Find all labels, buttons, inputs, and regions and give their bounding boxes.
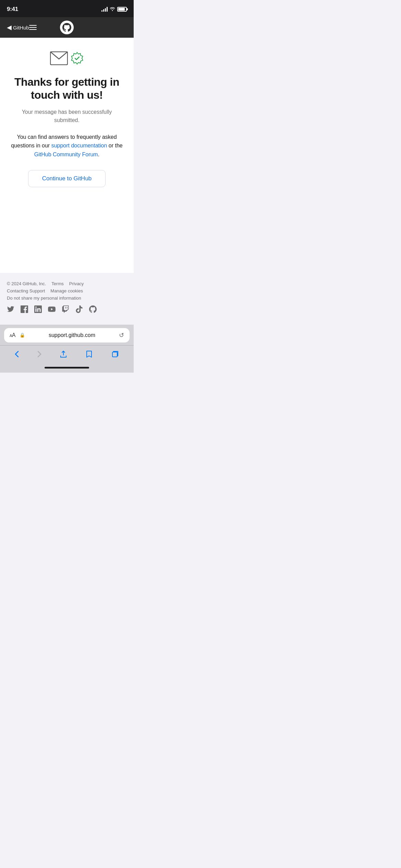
reload-button[interactable]: ↺ xyxy=(119,331,124,339)
small-a-label: A xyxy=(10,334,12,338)
page-heading: Thanks for getting in touch with us! xyxy=(10,75,123,102)
footer-terms-link[interactable]: Terms xyxy=(51,281,63,286)
twitch-icon xyxy=(62,305,69,313)
github-logo xyxy=(60,21,74,34)
battery-icon xyxy=(117,7,127,12)
linkedin-link[interactable] xyxy=(34,305,42,314)
bottom-toolbar xyxy=(0,345,134,364)
footer-copyright: © 2024 GitHub, Inc. xyxy=(7,281,46,286)
mail-icon xyxy=(50,51,68,65)
url-bar[interactable]: support.github.com xyxy=(28,332,116,338)
footer: © 2024 GitHub, Inc. Terms Privacy Contac… xyxy=(0,273,134,325)
content-spacer xyxy=(0,204,134,273)
big-a-label: A xyxy=(12,332,15,338)
menu-button[interactable] xyxy=(29,25,37,30)
verified-check-icon xyxy=(71,52,84,65)
home-indicator xyxy=(0,364,134,373)
footer-contacting-support-link[interactable]: Contacting Support xyxy=(7,288,45,293)
body-text-middle: or the xyxy=(107,143,122,148)
body-text: You can find answers to frequently asked… xyxy=(10,133,123,159)
main-content: Thanks for getting in touch with us! You… xyxy=(0,38,134,204)
continue-button[interactable]: Continue to GitHub xyxy=(28,170,106,187)
bookmarks-button[interactable] xyxy=(81,348,97,360)
forward-nav-button[interactable] xyxy=(33,349,46,360)
twitch-link[interactable] xyxy=(62,305,69,314)
twitter-link[interactable] xyxy=(7,305,14,314)
twitter-icon xyxy=(7,305,14,313)
subtitle-text: Your message has been successfully submi… xyxy=(10,108,123,124)
youtube-link[interactable] xyxy=(48,305,56,314)
browser-bar-container: AA 🔒 support.github.com ↺ xyxy=(0,325,134,345)
community-forum-link[interactable]: GitHub Community Forum xyxy=(34,152,98,157)
footer-manage-cookies-link[interactable]: Manage cookies xyxy=(50,288,83,293)
font-size-button[interactable]: AA xyxy=(10,332,15,338)
svg-rect-1 xyxy=(112,352,117,357)
github-social-icon xyxy=(89,305,97,313)
status-time: 9:41 xyxy=(7,6,18,13)
body-text-after: . xyxy=(98,152,99,157)
icon-area xyxy=(10,51,123,65)
github-social-link[interactable] xyxy=(89,305,97,314)
back-label: GitHub xyxy=(13,25,29,31)
footer-privacy-link[interactable]: Privacy xyxy=(69,281,84,286)
lock-icon: 🔒 xyxy=(20,333,25,338)
nav-bar: ◀ GitHub xyxy=(0,17,134,38)
tiktok-icon xyxy=(75,305,83,313)
wifi-icon xyxy=(110,7,115,12)
status-bar: 9:41 xyxy=(0,0,134,17)
back-arrow-icon: ◀ xyxy=(7,24,12,31)
browser-bar: AA 🔒 support.github.com ↺ xyxy=(4,328,130,342)
back-nav-button[interactable] xyxy=(11,349,23,360)
footer-social xyxy=(7,305,127,314)
facebook-link[interactable] xyxy=(21,305,28,314)
tabs-button[interactable] xyxy=(107,348,123,360)
footer-links: © 2024 GitHub, Inc. Terms Privacy Contac… xyxy=(7,281,127,301)
youtube-icon xyxy=(48,305,56,313)
home-bar xyxy=(45,367,89,369)
signal-icon xyxy=(101,7,108,12)
facebook-icon xyxy=(21,305,28,313)
tiktok-link[interactable] xyxy=(75,305,83,314)
back-button[interactable]: ◀ GitHub xyxy=(7,24,29,31)
share-button[interactable] xyxy=(56,348,71,360)
linkedin-icon xyxy=(34,305,42,313)
footer-do-not-share-link[interactable]: Do not share my personal information xyxy=(7,296,81,301)
support-docs-link[interactable]: support documentation xyxy=(51,143,107,148)
status-icons xyxy=(101,7,127,12)
